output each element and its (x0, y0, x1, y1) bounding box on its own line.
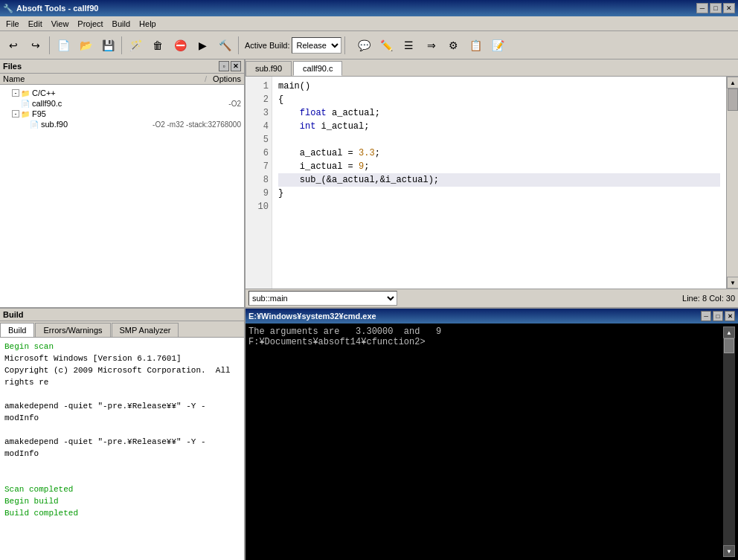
redo-button[interactable]: ↪ (25, 35, 46, 56)
build-line-win-version: Microsoft Windows [Version 6.1.7601] (4, 353, 240, 364)
editor-panel: sub.f90 callf90.c 1 2 3 4 5 6 7 8 9 10 m… (246, 59, 738, 307)
open-button[interactable]: 📂 (75, 35, 96, 56)
cmd-line-2: F:¥Documents¥absoft14¥cfunction2> (248, 337, 723, 347)
menu-build[interactable]: Build (108, 18, 135, 30)
build-line-empty-3 (4, 460, 240, 472)
build-line-build-completed: Build completed (4, 507, 240, 519)
cmd-title-controls[interactable]: ─ □ ✕ (701, 311, 735, 321)
title-bar: 🔧 Absoft Tools - callf90 ─ □ ✕ (0, 0, 738, 16)
debug-btn-4[interactable]: ⇒ (421, 35, 442, 56)
run-button[interactable]: ▶ (192, 35, 213, 56)
build-header: Build (0, 309, 244, 321)
code-line-1: main() (278, 80, 720, 93)
cmd-content: The arguments are 3.30000 and 9 F:¥Docum… (246, 324, 738, 560)
tree-group-f95[interactable]: - 📁 F95 (9, 109, 244, 119)
tree-opts-callf90c: -O2 (228, 100, 241, 108)
toolbar-separator-4 (344, 36, 345, 54)
files-header-controls[interactable]: ▫ ✕ (219, 61, 241, 71)
tab-subf90[interactable]: sub.f90 (246, 61, 292, 76)
code-line-3: float a_actual; (278, 106, 720, 120)
tree-item-subf90[interactable]: 📄 sub.f90 -O2 -m32 -stack:32768000 (27, 119, 244, 129)
line-col: Line: 8 Col: 30 (682, 294, 735, 303)
debug-btn-2[interactable]: ✏️ (376, 35, 397, 56)
toolbar: ↩ ↪ 📄 📂 💾 🪄 🗑 ⛔ ▶ 🔨 Active Build: Releas… (0, 31, 738, 59)
window-title: Absoft Tools - callf90 (16, 4, 98, 13)
delete-button[interactable]: 🗑 (147, 35, 168, 56)
menu-file[interactable]: File (1, 18, 24, 30)
cmd-text: The arguments are 3.30000 and 9 F:¥Docum… (248, 326, 723, 557)
editor-status: sub::main Line: 8 Col: 30 (246, 289, 738, 307)
build-tabs: Build Errors/Warnings SMP Analyzer (0, 321, 244, 338)
cmd-scroll-up[interactable]: ▲ (723, 326, 735, 338)
wand-button[interactable]: 🪄 (125, 35, 146, 56)
scroll-down-button[interactable]: ▼ (727, 277, 738, 289)
menu-help[interactable]: Help (135, 18, 161, 30)
files-header-left: Files (3, 62, 22, 71)
cmd-scroll-down[interactable]: ▼ (723, 545, 735, 557)
upper-area: Files ▫ ✕ Name / Options - 📁 C/C++ (0, 59, 738, 307)
close-button[interactable]: ✕ (723, 3, 735, 13)
minimize-button[interactable]: ─ (696, 3, 708, 13)
code-line-2: { (278, 93, 720, 106)
active-build-select[interactable]: Release Debug (292, 37, 341, 54)
undo-button[interactable]: ↩ (3, 35, 24, 56)
toolbar-right: 💬 ✏️ ☰ ⇒ ⚙ 📋 📝 (354, 35, 509, 56)
code-area[interactable]: main() { float a_actual; int i_actual; a… (272, 77, 726, 289)
build-line-begin-build: Begin build (4, 495, 240, 507)
menu-view[interactable]: View (47, 18, 74, 30)
app-icon: 🔧 (3, 4, 13, 13)
build-line-empty-1 (4, 388, 240, 400)
save-button[interactable]: 💾 (97, 35, 118, 56)
editor-tabs: sub.f90 callf90.c (246, 59, 738, 77)
tab-smp-analyzer[interactable]: SMP Analyzer (112, 323, 179, 337)
debug-btn-6[interactable]: 📋 (466, 35, 487, 56)
debug-btn-3[interactable]: ☰ (399, 35, 420, 56)
col-options: Options (213, 74, 241, 83)
scroll-up-button[interactable]: ▲ (727, 77, 738, 88)
toolbar-separator-3 (238, 36, 239, 54)
active-build-label: Active Build: (245, 41, 290, 50)
tree-label-callf90c: callf90.c (32, 99, 222, 108)
files-restore-button[interactable]: ▫ (219, 61, 229, 71)
title-bar-controls[interactable]: ─ □ ✕ (696, 3, 735, 13)
files-close-button[interactable]: ✕ (231, 61, 241, 71)
menu-project[interactable]: Project (73, 18, 107, 30)
cmd-title-bar: E:¥Windows¥system32¥cmd.exe ─ □ ✕ (246, 309, 738, 324)
expand-cpp[interactable]: - (12, 89, 19, 97)
new-button[interactable]: 📄 (53, 35, 74, 56)
scroll-thumb[interactable] (728, 88, 738, 111)
files-columns: Name / Options (0, 74, 244, 85)
tree-group-cpp[interactable]: - 📁 C/C++ (9, 88, 244, 98)
stop-button[interactable]: ⛔ (170, 35, 190, 56)
cmd-scroll-thumb[interactable] (724, 338, 734, 353)
code-line-9: } (278, 187, 720, 200)
cmd-scrollbar[interactable]: ▲ ▼ (723, 326, 735, 557)
cmd-title: E:¥Windows¥system32¥cmd.exe (248, 312, 376, 321)
tab-callf90c[interactable]: callf90.c (293, 61, 342, 76)
cmd-minimize[interactable]: ─ (701, 311, 711, 321)
toolbar-separator-2 (121, 36, 122, 54)
function-dropdown[interactable]: sub::main (248, 291, 397, 306)
main-layout: Files ▫ ✕ Name / Options - 📁 C/C++ (0, 59, 738, 560)
menu-edit[interactable]: Edit (24, 18, 47, 30)
build-button[interactable]: 🔨 (214, 35, 235, 56)
debug-btn-7[interactable]: 📝 (488, 35, 509, 56)
menu-bar: File Edit View Project Build Help (0, 16, 738, 31)
cmd-maximize[interactable]: □ (713, 311, 723, 321)
maximize-button[interactable]: □ (710, 3, 722, 13)
folder-icon-f95: 📁 (21, 110, 30, 118)
build-panel: Build Build Errors/Warnings SMP Analyzer… (0, 309, 246, 560)
tab-errors-warnings[interactable]: Errors/Warnings (35, 323, 110, 337)
cmd-line-1: The arguments are 3.30000 and 9 (248, 326, 723, 337)
tree-item-callf90c[interactable]: 📄 callf90.c -O2 (18, 98, 244, 109)
build-line-empty-2 (4, 424, 240, 436)
build-line-amake-2: amakedepend -quiet "-pre.¥Release¥¥" -Y … (4, 436, 240, 460)
debug-btn-5[interactable]: ⚙ (443, 35, 464, 56)
toolbar-separator-1 (49, 36, 50, 54)
expand-f95[interactable]: - (12, 110, 19, 118)
debug-btn-1[interactable]: 💬 (354, 35, 375, 56)
cmd-close[interactable]: ✕ (725, 311, 735, 321)
editor-scrollbar[interactable]: ▲ ▼ (726, 77, 738, 289)
file-icon-subf90: 📄 (30, 120, 39, 129)
tab-build[interactable]: Build (0, 323, 34, 337)
